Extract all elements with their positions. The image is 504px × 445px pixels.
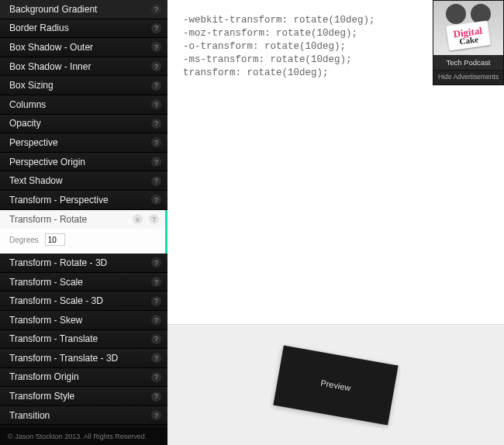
sidebar-item-label: Transform - Rotate: [9, 214, 87, 225]
sidebar-item-icons: ?: [151, 23, 161, 33]
sidebar-item-box-shadow-inner[interactable]: Box Shadow - Inner?: [0, 57, 167, 77]
sidebar-item-label: Columns: [9, 99, 46, 110]
sidebar-item-label: Transition: [9, 410, 50, 421]
sidebar-item-transform-rotate[interactable]: Transform - Rotatex?: [0, 210, 167, 229]
sidebar-item-icons: ?: [151, 4, 161, 14]
ad-image[interactable]: Digital Cake: [433, 1, 503, 55]
reset-icon[interactable]: x: [133, 214, 143, 224]
sidebar-item-label: Transform - Perspective: [9, 195, 109, 205]
sidebar-item-icons: ?: [151, 61, 161, 71]
sidebar-item-label: Perspective Origin: [9, 157, 85, 167]
sidebar-item-border-radius[interactable]: Border Radius?: [0, 19, 167, 39]
sidebar-item-icons: ?: [151, 296, 161, 306]
sidebar-item-transform-rotate-3d[interactable]: Transform - Rotate - 3D?: [0, 254, 167, 273]
ad-logo: Digital Cake: [446, 21, 490, 51]
sidebar-item-label: Transform - Translate: [9, 333, 98, 344]
help-icon[interactable]: ?: [151, 23, 161, 33]
hide-ads-button[interactable]: Hide Advertisements: [433, 70, 503, 85]
main-area: -webkit-transform: rotate(10deg); -moz-t…: [167, 0, 504, 445]
sidebar-item-icons: ?: [151, 81, 161, 91]
help-icon[interactable]: ?: [151, 334, 161, 344]
sidebar-item-perspective[interactable]: Perspective?: [0, 133, 167, 153]
help-icon[interactable]: ?: [151, 119, 161, 129]
degrees-input[interactable]: [45, 233, 65, 246]
sidebar-item-icons: ?: [151, 99, 161, 109]
sidebar-item-label: Box Shadow - Inner: [9, 61, 91, 72]
sidebar-item-background-gradient[interactable]: Background Gradient?: [0, 0, 167, 19]
sidebar-item-text-shadow[interactable]: Text Shadow?: [0, 171, 167, 191]
help-icon[interactable]: ?: [151, 195, 161, 205]
sidebar-item-transform-origin[interactable]: Transform Origin?: [0, 368, 167, 388]
preview-box: Preview: [273, 345, 398, 425]
preview-area: Preview: [167, 324, 504, 445]
sidebar-item-transform-skew[interactable]: Transform - Skew?: [0, 311, 167, 330]
sidebar-item-label: Transform - Skew: [9, 315, 82, 326]
sidebar-item-label: Background Gradient: [9, 4, 97, 15]
sidebar-item-label: Transform Origin: [9, 371, 79, 382]
sidebar-item-transform-scale[interactable]: Transform - Scale?: [0, 273, 167, 292]
sidebar-item-icons: ?: [151, 137, 161, 147]
help-icon[interactable]: ?: [151, 296, 161, 306]
avatar: [446, 4, 466, 24]
sidebar-item-icons: x?: [133, 214, 159, 224]
help-icon[interactable]: ?: [151, 372, 161, 382]
sidebar-item-icons: ?: [151, 195, 161, 205]
sidebar-item-transform-perspective[interactable]: Transform - Perspective?: [0, 191, 167, 210]
transform-rotate-controls: Degrees: [0, 229, 167, 254]
help-icon[interactable]: ?: [151, 176, 161, 186]
sidebar-item-icons: ?: [151, 410, 161, 420]
sidebar-item-label: Transform - Scale - 3D: [9, 295, 103, 306]
sidebar-item-label: Transform Style: [9, 391, 74, 402]
sidebar-item-label: Box Shadow - Outer: [9, 42, 93, 53]
sidebar: Background Gradient?Border Radius?Box Sh…: [0, 0, 167, 445]
help-icon[interactable]: ?: [151, 61, 161, 71]
sidebar-item-box-sizing[interactable]: Box Sizing?: [0, 76, 167, 95]
sidebar-item-label: Box Sizing: [9, 80, 54, 91]
help-icon[interactable]: ?: [151, 137, 161, 147]
sidebar-item-label: Opacity: [9, 118, 41, 129]
sidebar-item-icons: ?: [151, 392, 161, 402]
ad-caption: Tech Podcast: [433, 55, 503, 70]
sidebar-item-label: Border Radius: [9, 22, 69, 33]
sidebar-item-icons: ?: [151, 257, 161, 267]
sidebar-item-icons: ?: [151, 42, 161, 52]
help-icon[interactable]: ?: [151, 353, 161, 363]
sidebar-item-perspective-origin[interactable]: Perspective Origin?: [0, 153, 167, 172]
sidebar-item-icons: ?: [151, 315, 161, 325]
sidebar-item-transform-translate-3d[interactable]: Transform - Translate - 3D?: [0, 349, 167, 368]
help-icon[interactable]: ?: [151, 81, 161, 91]
sidebar-item-icons: ?: [151, 176, 161, 186]
help-icon[interactable]: ?: [151, 277, 161, 287]
sidebar-item-label: Transform - Translate - 3D: [9, 353, 118, 364]
degrees-label: Degrees: [9, 236, 39, 244]
help-icon[interactable]: ?: [151, 4, 161, 14]
help-icon[interactable]: ?: [151, 410, 161, 420]
sidebar-item-transform-scale-3d[interactable]: Transform - Scale - 3D?: [0, 291, 167, 311]
help-icon[interactable]: ?: [151, 392, 161, 402]
ad-avatars: [433, 4, 503, 24]
sidebar-item-icons: ?: [151, 372, 161, 382]
help-icon[interactable]: ?: [149, 214, 159, 224]
sidebar-item-columns[interactable]: Columns?: [0, 95, 167, 115]
sidebar-item-transform-translate[interactable]: Transform - Translate?: [0, 330, 167, 350]
help-icon[interactable]: ?: [151, 315, 161, 325]
sidebar-item-box-shadow-outer[interactable]: Box Shadow - Outer?: [0, 38, 167, 57]
sidebar-item-icons: ?: [151, 119, 161, 129]
sidebar-item-icons: ?: [151, 157, 161, 167]
sidebar-footer: © Jason Stockton 2013. All Rights Reserv…: [0, 428, 167, 445]
help-icon[interactable]: ?: [151, 99, 161, 109]
preview-label: Preview: [320, 378, 352, 392]
sidebar-item-transform-style[interactable]: Transform Style?: [0, 387, 167, 406]
sidebar-item-label: Transform - Scale: [9, 277, 83, 288]
help-icon[interactable]: ?: [151, 257, 161, 267]
sidebar-item-icons: ?: [151, 334, 161, 344]
sidebar-item-icons: ?: [151, 277, 161, 287]
help-icon[interactable]: ?: [151, 157, 161, 167]
sidebar-item-label: Transform - Rotate - 3D: [9, 257, 107, 268]
help-icon[interactable]: ?: [151, 42, 161, 52]
ad-logo-bottom: Cake: [454, 35, 485, 47]
sidebar-item-icons: ?: [151, 353, 161, 363]
sidebar-item-transition[interactable]: Transition?: [0, 406, 167, 426]
sidebar-item-opacity[interactable]: Opacity?: [0, 115, 167, 134]
sidebar-item-label: Perspective: [9, 137, 58, 148]
